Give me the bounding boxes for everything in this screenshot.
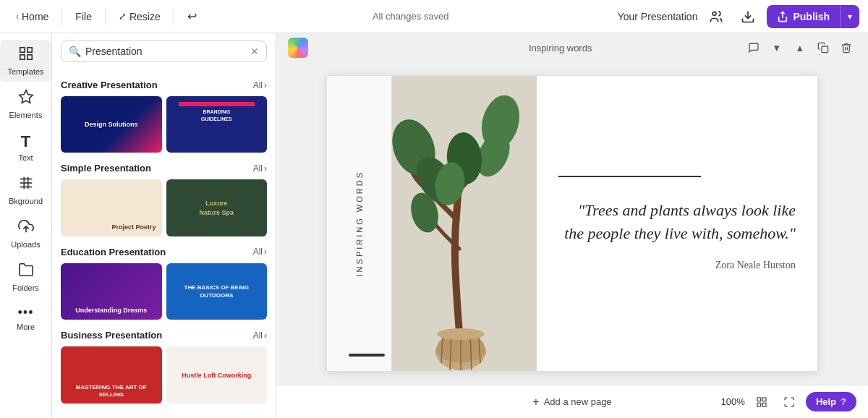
fullscreen-button[interactable] bbox=[778, 391, 800, 413]
section-title-creative: Creative Presentation bbox=[61, 80, 158, 90]
section-title-business: Business Presentation bbox=[61, 330, 162, 341]
add-page-label: Add a new page bbox=[544, 396, 612, 407]
template-grid-education: Understanding Dreams The Basics of Being… bbox=[61, 263, 267, 320]
folders-label: Folders bbox=[12, 283, 39, 292]
main-layout: Templates Elements T Text Bkground bbox=[0, 33, 868, 418]
undo-button[interactable]: ↩ bbox=[180, 5, 204, 27]
sidebar-item-uploads[interactable]: Uploads bbox=[0, 213, 51, 255]
template-card[interactable]: LuxureNature Spa bbox=[166, 179, 268, 236]
section-title-simple: Simple Presentation bbox=[61, 163, 151, 174]
svg-rect-30 bbox=[757, 398, 761, 401]
collab-button[interactable] bbox=[703, 4, 729, 30]
template-card[interactable]: Understanding Dreams bbox=[61, 263, 162, 320]
template-card[interactable]: The Basics of Being Outdoors bbox=[166, 263, 268, 320]
uploads-icon bbox=[18, 218, 34, 238]
template-grid-simple: Project Poetry LuxureNature Spa bbox=[61, 179, 267, 236]
help-button[interactable]: Help ? bbox=[806, 392, 856, 411]
slide-header: Inspiring words ▾ ▴ bbox=[276, 33, 868, 62]
svg-rect-32 bbox=[757, 403, 761, 406]
slide-line bbox=[558, 176, 701, 177]
resize-button[interactable]: ⤢ Resize bbox=[111, 7, 168, 27]
slide-canvas[interactable]: INSPIRING WORDS bbox=[326, 75, 818, 372]
section-header-business: Business Presentation All › bbox=[61, 330, 267, 341]
home-label: Home bbox=[22, 11, 48, 22]
help-question-icon: ? bbox=[841, 396, 846, 407]
text-label: Text bbox=[18, 153, 33, 162]
sidebar-item-folders[interactable]: Folders bbox=[0, 256, 51, 298]
more-icon: ••• bbox=[18, 305, 34, 320]
toolbar: ‹ Home File ⤢ Resize ↩ All changes saved… bbox=[0, 0, 868, 33]
autosave-status: All changes saved bbox=[373, 11, 449, 22]
template-card[interactable]: BRANDINGGUIDELINES bbox=[166, 96, 268, 153]
section-all-business[interactable]: All › bbox=[253, 330, 267, 341]
svg-point-0 bbox=[712, 12, 716, 15]
svg-marker-7 bbox=[19, 90, 32, 103]
slide-canvas-wrapper: INSPIRING WORDS bbox=[276, 62, 868, 385]
template-card[interactable]: Design Solutions bbox=[61, 96, 162, 153]
undo-icon: ↩ bbox=[187, 9, 197, 23]
elements-icon bbox=[18, 89, 34, 108]
background-label: Bkground bbox=[9, 197, 43, 205]
chevron-right-icon: › bbox=[264, 247, 267, 257]
duplicate-button[interactable] bbox=[813, 38, 833, 58]
template-card[interactable]: Mastering the Art of Selling bbox=[61, 346, 162, 403]
chevron-right-icon: › bbox=[264, 80, 267, 90]
template-card[interactable]: Project Poetry bbox=[61, 179, 162, 236]
search-icon: 🔍 bbox=[69, 46, 81, 57]
search-input[interactable] bbox=[85, 46, 246, 57]
gradient-icon[interactable] bbox=[288, 38, 308, 58]
sidebar-icons: Templates Elements T Text Bkground bbox=[0, 33, 52, 418]
chevron-right-icon: › bbox=[264, 163, 267, 174]
template-card[interactable]: Hustle Loft Coworking bbox=[166, 346, 268, 403]
svg-rect-33 bbox=[762, 403, 766, 406]
svg-point-29 bbox=[437, 328, 485, 340]
text-icon: T bbox=[21, 132, 30, 151]
templates-icon bbox=[18, 46, 34, 65]
plant-svg bbox=[392, 76, 537, 371]
collapse-button[interactable]: ▾ bbox=[767, 38, 787, 58]
toolbar-divider-2 bbox=[105, 8, 106, 25]
folders-icon bbox=[18, 262, 34, 281]
svg-rect-4 bbox=[27, 48, 31, 52]
section-header-creative: Creative Presentation All › bbox=[61, 80, 267, 90]
comment-button[interactable] bbox=[744, 38, 764, 58]
search-bar: 🔍 ✕ bbox=[61, 40, 267, 62]
more-label: More bbox=[17, 323, 35, 331]
toolbar-right: Your Presentation Publish ▾ bbox=[618, 4, 859, 30]
quote-author: Zora Neale Hurston bbox=[558, 260, 796, 271]
plant-image bbox=[392, 76, 537, 371]
delete-button[interactable] bbox=[836, 38, 856, 58]
publish-button[interactable]: Publish ▾ bbox=[767, 5, 859, 28]
toolbar-divider-3 bbox=[174, 8, 174, 25]
section-all-creative[interactable]: All › bbox=[253, 80, 267, 90]
toolbar-divider-1 bbox=[61, 8, 62, 25]
publish-icon bbox=[777, 11, 788, 22]
svg-rect-5 bbox=[20, 55, 24, 59]
download-button[interactable] bbox=[735, 4, 761, 30]
sidebar-item-text[interactable]: T Text bbox=[0, 127, 51, 168]
clear-icon[interactable]: ✕ bbox=[250, 46, 259, 57]
home-button[interactable]: ‹ Home bbox=[9, 7, 56, 27]
chevron-left-icon: ‹ bbox=[16, 12, 19, 22]
templates-label: Templates bbox=[7, 67, 43, 76]
plus-icon: + bbox=[532, 396, 539, 409]
slide-text-panel: "Trees and plants always look like the p… bbox=[537, 76, 817, 371]
sidebar-item-templates[interactable]: Templates bbox=[0, 40, 51, 82]
zoom-level: 100% bbox=[721, 396, 745, 407]
template-grid-business: Mastering the Art of Selling Hustle Loft… bbox=[61, 346, 267, 403]
sidebar-item-elements[interactable]: Elements bbox=[0, 83, 51, 125]
sidebar-item-more[interactable]: ••• More bbox=[0, 299, 51, 337]
file-button[interactable]: File bbox=[68, 7, 99, 27]
canvas-footer: + Add a new page 100% Help bbox=[276, 385, 868, 418]
sidebar-item-background[interactable]: Bkground bbox=[0, 169, 51, 211]
add-page-button[interactable]: + Add a new page bbox=[524, 391, 620, 413]
slide-left-panel: INSPIRING WORDS bbox=[327, 76, 392, 371]
resize-icon: ⤢ bbox=[119, 11, 127, 22]
uploads-label: Uploads bbox=[11, 240, 40, 249]
grid-view-button[interactable] bbox=[751, 391, 773, 413]
publish-chevron[interactable]: ▾ bbox=[840, 6, 859, 27]
expand-button[interactable]: ▴ bbox=[790, 38, 810, 58]
section-all-education[interactable]: All › bbox=[253, 247, 267, 257]
section-all-simple[interactable]: All › bbox=[253, 163, 267, 174]
resize-label: Resize bbox=[129, 11, 161, 22]
